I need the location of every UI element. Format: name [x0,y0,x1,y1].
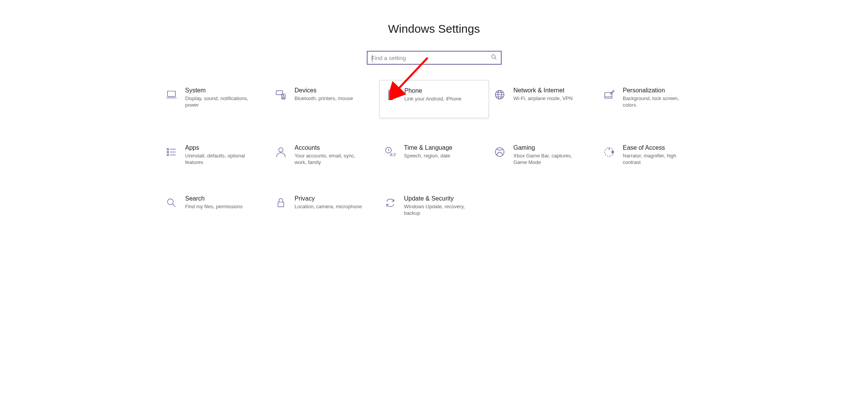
tile-title: Network & Internet [514,87,573,94]
svg-line-34 [388,150,390,151]
tile-desc: Speech, region, date [404,153,453,159]
tile-time-language[interactable]: A字 Time & Language Speech, region, date [379,141,489,169]
search-box[interactable] [367,51,502,65]
svg-rect-40 [278,202,284,207]
tile-update-security[interactable]: Update & Security Windows Update, recove… [379,192,489,220]
page-title: Windows Settings [0,0,868,35]
tile-desc: Windows Update, recovery, backup [404,204,473,217]
tile-desc: Narrator, magnifier, high contrast [623,153,692,166]
tile-desc: Xbox Game Bar, captures, Game Mode [514,153,583,166]
tile-desc: Link your Android, iPhone [405,96,462,102]
tile-title: Personalization [623,87,692,94]
svg-point-0 [492,55,495,58]
svg-line-39 [172,204,175,207]
tile-system[interactable]: System Display, sound, notifications, po… [161,84,270,118]
tile-title: System [185,87,255,94]
keyboard-speaker-icon [274,88,288,102]
tile-title: Devices [295,87,353,94]
laptop-icon [165,88,178,102]
tile-desc: Bluetooth, printers, mouse [295,95,353,102]
sync-icon [383,196,397,210]
tile-phone[interactable]: Phone Link your Android, iPhone [379,80,489,118]
svg-rect-23 [604,92,612,98]
tile-title: Ease of Access [623,144,692,151]
tile-title: Apps [185,144,255,151]
globe-icon [493,88,507,102]
settings-grid: System Display, sound, notifications, po… [161,84,708,219]
svg-rect-25 [167,149,168,150]
phone-icon [384,88,398,102]
tile-desc: Wi-Fi, airplane mode, VPN [514,95,573,102]
tile-title: Privacy [295,195,362,202]
tile-desc: Find my files, permissions [185,204,243,210]
tile-network[interactable]: Network & Internet Wi-Fi, airplane mode,… [489,84,598,118]
time-language-icon: A字 [383,145,397,159]
search-input[interactable] [371,55,491,61]
tile-gaming[interactable]: Gaming Xbox Game Bar, captures, Game Mod… [489,141,598,169]
tile-title: Update & Security [404,195,473,202]
svg-point-31 [279,148,283,152]
tile-desc: Uninstall, defaults, optional features [185,153,255,166]
tile-desc: Your accounts, email, sync, work, family [295,153,364,166]
svg-rect-27 [167,154,168,156]
svg-point-14 [282,97,284,99]
search-icon [491,54,497,62]
svg-text:A字: A字 [390,153,396,157]
tile-privacy[interactable]: Privacy Location, camera, microphone [270,192,379,220]
svg-rect-16 [388,90,393,100]
svg-rect-2 [167,91,175,97]
person-icon [274,145,288,159]
tile-title: Gaming [514,144,583,151]
tile-desc: Background, lock screen, colors [623,95,692,109]
tile-desc: Display, sound, notifications, power [185,95,255,109]
tile-apps[interactable]: Apps Uninstall, defaults, optional featu… [161,141,270,169]
tile-search[interactable]: Search Find my files, permissions [161,192,270,220]
svg-point-38 [167,199,173,204]
tile-personalization[interactable]: Personalization Background, lock screen,… [598,84,708,118]
magnifier-icon [165,196,178,210]
svg-line-1 [495,58,496,59]
tile-title: Phone [405,87,462,94]
tile-desc: Location, camera, microphone [295,204,362,210]
tile-title: Time & Language [404,144,453,151]
tile-accounts[interactable]: Accounts Your accounts, email, sync, wor… [270,141,379,169]
svg-point-15 [283,95,284,96]
tile-title: Accounts [295,144,364,151]
lock-icon [274,196,288,210]
tile-title: Search [185,195,243,202]
paint-icon [602,88,616,102]
tile-ease-of-access[interactable]: Ease of Access Narrator, magnifier, high… [598,141,708,169]
xbox-icon [493,145,507,159]
text-cursor [372,55,373,62]
ease-of-access-icon [602,145,616,159]
svg-rect-26 [167,151,168,153]
tile-devices[interactable]: Devices Bluetooth, printers, mouse [270,84,379,118]
apps-list-icon [165,145,178,159]
